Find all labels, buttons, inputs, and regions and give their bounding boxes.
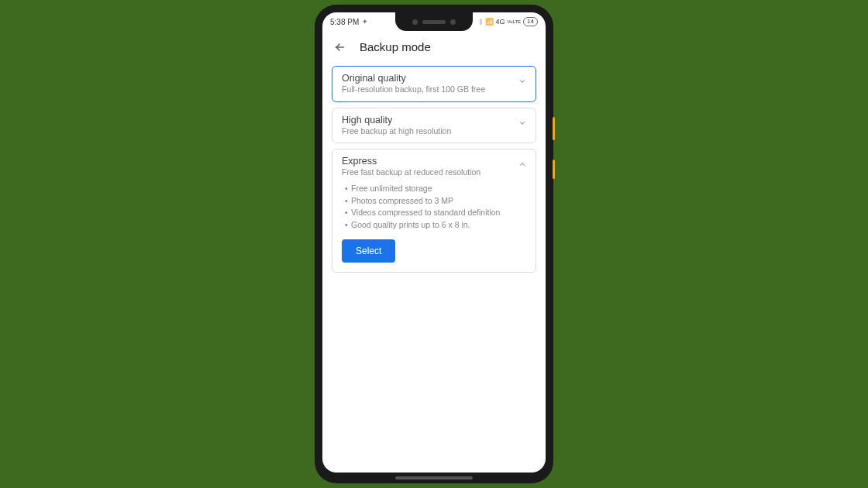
option-title: Original quality [342, 73, 526, 84]
feature-list: Free unlimited storage Photos compressed… [345, 183, 526, 232]
feature-item: Free unlimited storage [345, 183, 526, 195]
misc-status-icon: ✦ [362, 18, 368, 26]
chevron-down-icon [518, 119, 526, 127]
phone-side-button [553, 117, 555, 140]
feature-item: Videos compressed to standard definition [345, 207, 526, 219]
back-arrow-icon[interactable] [333, 41, 346, 53]
option-express[interactable]: Express Free fast backup at reduced reso… [332, 149, 536, 273]
chevron-up-icon [518, 160, 526, 168]
option-subtitle: Full-resolution backup, first 100 GB fre… [342, 84, 526, 95]
network-label: 4G [496, 18, 505, 26]
select-button[interactable]: Select [342, 239, 395, 263]
phone-frame: 5:38 PM ✦ ᛒ 📶 4G VoLTE 14 Backup mode Or… [315, 5, 553, 483]
home-indicator [395, 476, 473, 479]
options-list: Original quality Full-resolution backup,… [322, 66, 546, 273]
option-high-quality[interactable]: High quality Free backup at high resolut… [332, 108, 536, 144]
phone-side-button [553, 160, 555, 179]
page-title: Backup mode [360, 40, 431, 53]
feature-item: Photos compressed to 3 MP [345, 195, 526, 208]
header: Backup mode [322, 31, 546, 66]
bluetooth-icon: ᛒ [479, 18, 483, 26]
screen: 5:38 PM ✦ ᛒ 📶 4G VoLTE 14 Backup mode Or… [322, 12, 546, 473]
option-title: High quality [342, 115, 526, 125]
status-time: 5:38 PM [330, 18, 359, 26]
chevron-down-icon [518, 77, 526, 85]
lte-label: VoLTE [508, 19, 522, 24]
signal-icon: 📶 [485, 18, 494, 26]
option-title: Express [342, 156, 526, 167]
feature-item: Good quality prints up to 6 x 8 in. [345, 219, 526, 232]
option-subtitle: Free fast backup at reduced resolution [342, 167, 526, 178]
option-subtitle: Free backup at high resolution [342, 126, 526, 137]
option-original-quality[interactable]: Original quality Full-resolution backup,… [332, 66, 536, 102]
battery-indicator: 14 [523, 17, 538, 26]
notch [395, 12, 473, 31]
